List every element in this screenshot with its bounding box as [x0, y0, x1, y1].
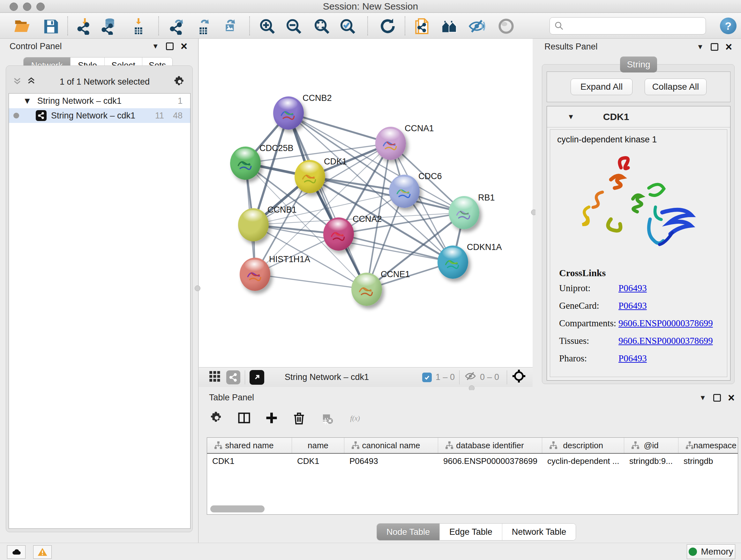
tab-edge-table[interactable]: Edge Table [440, 523, 502, 540]
open-file-button[interactable] [12, 16, 32, 36]
column-header-name[interactable]: name [292, 438, 344, 453]
zoom-fit-button[interactable] [312, 16, 332, 36]
export-table-button[interactable] [193, 16, 213, 36]
collection-expander-icon[interactable]: ▼ [23, 96, 31, 106]
edge-CCNB2-CCNA1[interactable] [288, 113, 391, 143]
crosslink-value-link[interactable]: P06493 [618, 300, 647, 311]
column-header-namespace[interactable]: namespace [678, 438, 738, 453]
expand-all-icon[interactable] [26, 76, 36, 88]
warning-button[interactable] [33, 545, 52, 559]
network-status-bar: String Network – cdk1 1 – 0 0 – 0 [199, 367, 533, 387]
table-panel-collapse-icon[interactable]: ▼ [699, 394, 706, 402]
column-header--id[interactable]: @id [624, 438, 678, 453]
show-eye-button[interactable] [496, 16, 516, 36]
network-node-HIST1H1A[interactable] [240, 258, 270, 291]
help-button[interactable]: ? [720, 17, 737, 34]
import-database-icon [101, 17, 118, 35]
network-share-icon[interactable] [226, 370, 240, 384]
gear-icon[interactable] [173, 75, 186, 88]
network-row-selected[interactable]: String Network – cdk1 11 48 [9, 108, 190, 123]
hide-eye-icon [468, 17, 485, 35]
refresh-button[interactable] [378, 16, 398, 36]
network-node-RB1[interactable] [449, 196, 479, 229]
traffic-lights[interactable] [10, 3, 45, 11]
edge-HIST1H1A-CCNE1[interactable] [255, 274, 367, 289]
crosslink-value-link[interactable]: P06493 [618, 283, 647, 294]
network-node-CCNE1[interactable] [351, 273, 382, 306]
collapse-all-button[interactable]: Collapse All [645, 78, 706, 95]
control-panel-collapse-icon[interactable]: ▼ [152, 42, 159, 51]
selected-checkbox-icon[interactable] [422, 373, 432, 382]
close-window-icon[interactable] [10, 3, 18, 11]
column-header-description[interactable]: description [542, 438, 624, 453]
column-header-canonical-name[interactable]: canonical name [344, 438, 438, 453]
gear-button[interactable] [208, 410, 225, 426]
network-node-CDK1[interactable] [294, 160, 325, 193]
tab-network-table[interactable]: Network Table [502, 523, 576, 540]
column-header-shared-name[interactable]: shared name [207, 438, 292, 453]
collection-label: String Network – cdk1 [37, 96, 178, 106]
crosslink-value-link[interactable]: 9606.ENSP00000378699 [618, 318, 713, 328]
network-node-CCNA2[interactable] [323, 217, 354, 251]
control-panel-float-icon[interactable] [166, 43, 174, 50]
hide-eye-button[interactable] [467, 16, 487, 36]
tab-string[interactable]: String [620, 57, 657, 72]
table-row[interactable]: CDK1CDK1P064939606.ENSP00000378699cyclin… [207, 454, 738, 469]
tree-icon [627, 441, 637, 450]
results-panel-float-icon[interactable] [711, 43, 718, 51]
results-panel-collapse-icon[interactable]: ▼ [697, 43, 704, 51]
save-session-button[interactable] [41, 16, 61, 36]
fx-button[interactable]: f(x) [346, 410, 368, 426]
network-node-CCNB2[interactable] [273, 97, 304, 130]
node-table[interactable]: shared namenamecanonical namedatabase id… [207, 437, 738, 515]
gene-expander-icon[interactable]: ▼ [567, 113, 575, 121]
zoom-out-button[interactable] [284, 16, 304, 36]
crosslink-value-link[interactable]: 9606.ENSP00000378699 [618, 335, 713, 346]
export-network-button[interactable] [167, 16, 187, 36]
network-node-CDC25B[interactable] [230, 146, 261, 180]
network-node-CDC6[interactable] [389, 175, 420, 208]
doc-share-button[interactable] [413, 16, 433, 36]
search-box[interactable] [549, 17, 706, 35]
node-label-CCNB1: CCNB1 [267, 205, 297, 215]
import-table-button[interactable] [129, 16, 148, 36]
search-input[interactable] [567, 19, 705, 33]
table-panel-close-icon[interactable]: × [728, 394, 735, 401]
zoom-selected-button[interactable] [338, 16, 357, 36]
network-node-CCNA1[interactable] [375, 127, 406, 160]
network-canvas[interactable]: CCNB2CCNA1CDC25BCDK1CDC6RB1CCNB1CCNA2CDK… [199, 39, 533, 367]
zoom-in-button[interactable] [257, 16, 277, 36]
crosshair-icon[interactable] [512, 369, 526, 386]
gene-section-header[interactable]: ▼ CDK1 [547, 106, 730, 127]
import-network-button[interactable] [75, 16, 95, 36]
crosslink-value-link[interactable]: P06493 [618, 353, 647, 364]
results-panel-close-icon[interactable]: × [725, 43, 732, 51]
protein-thumbnail-icon [277, 104, 300, 126]
delete-table-button[interactable] [318, 410, 335, 426]
add-column-button[interactable] [263, 410, 280, 426]
birdseye-view-icon[interactable] [250, 370, 264, 385]
svg-text:f(x): f(x) [350, 414, 360, 422]
control-panel-close-icon[interactable]: × [181, 43, 187, 50]
tab-node-table[interactable]: Node Table [377, 523, 440, 540]
table-panel-float-icon[interactable] [713, 394, 721, 401]
expand-all-button[interactable]: Expand All [570, 78, 632, 95]
column-label: @id [644, 441, 659, 450]
column-header-database-identifier[interactable]: database identifier [438, 438, 542, 453]
columns-button[interactable] [236, 410, 253, 426]
collapse-all-icon[interactable] [12, 76, 22, 88]
left-splitter-handle[interactable] [195, 286, 200, 291]
home-button[interactable] [440, 16, 460, 36]
export-image-button[interactable] [219, 16, 239, 36]
import-database-button[interactable] [100, 16, 120, 36]
minimize-window-icon[interactable] [23, 3, 31, 11]
memory-button[interactable]: Memory [687, 544, 735, 559]
network-node-CDKN1A[interactable] [437, 246, 468, 279]
network-collection-row[interactable]: ▼ String Network – cdk1 1 [9, 94, 190, 108]
maximize-window-icon[interactable] [37, 3, 45, 11]
cloud-button[interactable] [7, 545, 25, 559]
network-node-CCNB1[interactable] [238, 208, 269, 241]
grid-view-icon[interactable] [208, 369, 221, 385]
trash-button[interactable] [291, 410, 307, 426]
horizontal-scrollbar[interactable] [210, 505, 265, 512]
